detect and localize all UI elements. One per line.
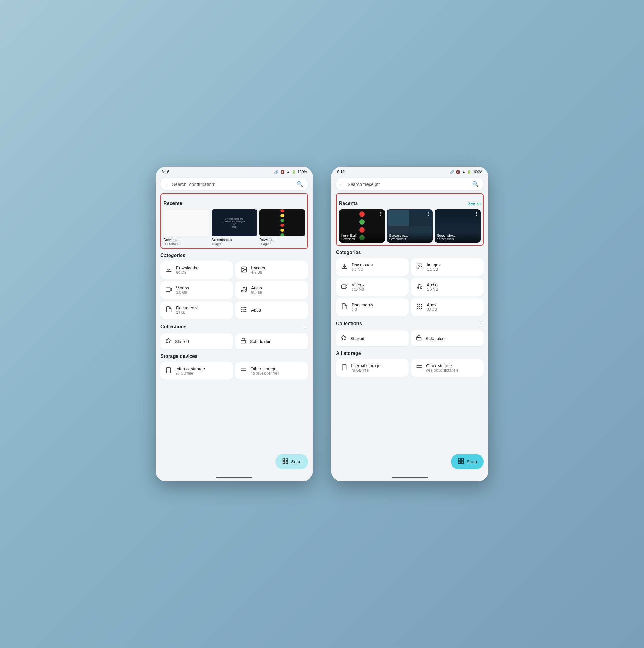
left-collections-grid: Starred Safe folder — [160, 333, 308, 349]
right-home-bar — [392, 477, 428, 478]
left-cat-images[interactable]: Images 4.5 GB — [235, 261, 308, 279]
svg-point-31 — [419, 304, 420, 305]
right-recent-item-1[interactable]: ⋮ Screensho... Screenshots — [387, 209, 433, 242]
right-other-storage[interactable]: Other storage wse cloud storage e — [411, 359, 484, 377]
svg-point-32 — [421, 304, 422, 305]
right-cat-images[interactable]: Images 1.1 GB — [411, 258, 484, 276]
left-recents-header: Recents — [163, 201, 305, 206]
right-recents-large: ⋮ hero_B.gif Download — [339, 209, 481, 242]
right-search-icon[interactable]: 🔍 — [472, 181, 479, 187]
right-cat-audio[interactable]: Audio 1.5 MB — [411, 278, 484, 296]
left-cat-videos[interactable]: Videos 2.0 GB — [160, 281, 233, 299]
right-starred[interactable]: Starred — [336, 330, 409, 346]
right-storage-header: All storage — [336, 350, 484, 356]
tl-red — [359, 211, 365, 217]
phones-container: 8:16 🔗 🔇 ▲ 🔋 100% ≡ Search "confirmation… — [156, 167, 488, 481]
left-cat-downloads[interactable]: Downloads 60 MB — [160, 261, 233, 279]
right-collections-menu[interactable]: ⋮ — [478, 320, 484, 327]
svg-point-12 — [243, 311, 244, 312]
svg-point-28 — [417, 287, 419, 289]
right-recent-overlay-2: Screensho... Screenshots — [434, 232, 481, 242]
right-status-icons: 🔗 🔇 ▲ 🔋 100% — [450, 170, 482, 174]
right-recent-dots-0[interactable]: ⋮ — [378, 211, 383, 217]
traffic-yellow — [280, 214, 285, 217]
left-other-storage-info: Other storage nd developer files — [250, 366, 303, 375]
left-search-icon[interactable]: 🔍 — [297, 181, 303, 187]
right-cat-apps[interactable]: Apps 33 GB — [411, 298, 484, 316]
images-icon — [240, 266, 247, 274]
left-internal-storage[interactable]: Internal storage 90 GB free — [160, 362, 233, 380]
left-categories-grid: Downloads 60 MB Images 4.5 GB — [160, 261, 308, 319]
svg-point-26 — [418, 265, 419, 266]
right-home-indicator — [331, 474, 488, 481]
left-recent-item-0[interactable]: Download Documents — [163, 209, 209, 246]
right-cat-videos[interactable]: Videos 113 MB — [336, 278, 409, 296]
right-search-bar[interactable]: ≡ Search "receipt" 🔍 — [336, 178, 484, 191]
right-battery-icon: 🔋 — [467, 170, 471, 174]
left-scan-icon — [282, 457, 289, 466]
traffic-red2 — [280, 224, 285, 227]
left-storage-header: Storage devices — [160, 354, 308, 359]
svg-rect-27 — [342, 285, 346, 288]
right-recent-dots-1[interactable]: ⋮ — [426, 211, 431, 217]
right-recents-title: Recents — [339, 201, 358, 206]
left-search-text[interactable]: Search "confirmation" — [172, 182, 293, 187]
left-cat-documents[interactable]: Documents 23 kB — [160, 301, 233, 319]
right-starred-icon — [341, 335, 347, 342]
left-collections-menu[interactable]: ⋮ — [302, 323, 308, 330]
left-home-indicator — [156, 474, 313, 481]
right-collections-header: Collections ⋮ — [336, 320, 484, 327]
left-recent-thumb-0 — [163, 209, 209, 236]
left-scan-button[interactable]: Scan — [275, 454, 308, 469]
svg-point-8 — [241, 309, 243, 310]
right-recent-dots-2[interactable]: ⋮ — [474, 211, 479, 217]
right-search-text[interactable]: Search "receipt" — [348, 182, 468, 187]
left-home-bar — [216, 477, 252, 478]
right-recent-item-0[interactable]: ⋮ hero_B.gif Download — [339, 209, 385, 242]
right-storage-grid: Internal storage 79 GB free Other storag… — [336, 359, 484, 377]
right-internal-storage[interactable]: Internal storage 79 GB free — [336, 359, 409, 377]
left-recent-item-1[interactable]: 0 million songs anddevices and more you … — [212, 209, 257, 246]
left-menu-icon[interactable]: ≡ — [165, 181, 169, 187]
svg-point-34 — [419, 306, 420, 307]
right-mute-icon: 🔇 — [456, 170, 460, 174]
left-internal-storage-info: Internal storage 90 GB free — [176, 366, 228, 375]
left-recent-item-2[interactable]: Download Images — [259, 209, 305, 246]
right-cat-downloads[interactable]: Downloads 2.3 MB — [336, 258, 409, 276]
left-scroll-content: Recents Download Documents 0 million son… — [156, 194, 313, 451]
left-recent-thumb-1: 0 million songs anddevices and more you … — [212, 209, 257, 236]
right-cat-downloads-info: Downloads 2.3 MB — [352, 263, 404, 272]
traffic-green2 — [280, 233, 285, 236]
right-categories-grid: Downloads 2.3 MB Images 1.1 GB — [336, 258, 484, 316]
right-scan-button[interactable]: Scan — [451, 454, 484, 469]
right-cat-documents[interactable]: Documents 0 B — [336, 298, 409, 316]
left-other-storage[interactable]: Other storage nd developer files — [235, 362, 308, 380]
right-internal-storage-info: Internal storage 79 GB free — [351, 363, 404, 372]
right-other-storage-icon — [416, 364, 422, 372]
left-search-bar[interactable]: ≡ Search "confirmation" 🔍 — [160, 178, 308, 191]
svg-rect-40 — [417, 337, 421, 340]
svg-rect-49 — [462, 462, 463, 463]
right-safe-folder-icon — [416, 335, 422, 342]
left-cat-audio[interactable]: Audio 897 kB — [235, 281, 308, 299]
right-status-bar: 8:12 🔗 🔇 ▲ 🔋 100% — [331, 167, 488, 176]
left-cat-audio-info: Audio 897 kB — [251, 285, 303, 294]
right-recent-item-2[interactable]: ⋮ Screensho... Screenshots — [434, 209, 481, 242]
right-collections-grid: Starred Safe folder — [336, 330, 484, 346]
left-cat-apps[interactable]: Apps — [235, 301, 308, 319]
right-starred-label: Starred — [350, 336, 364, 341]
mute-icon: 🔇 — [280, 170, 285, 174]
right-safe-folder[interactable]: Safe folder — [411, 330, 484, 346]
left-recent-folder-2: Images — [259, 242, 305, 246]
traffic-green — [280, 219, 285, 222]
right-cat-videos-info: Videos 113 MB — [352, 282, 404, 291]
right-scan-icon — [458, 457, 464, 466]
left-cat-videos-info: Videos 2.0 GB — [176, 285, 228, 294]
left-starred[interactable]: Starred — [160, 333, 233, 349]
right-categories-header: Categories — [336, 250, 484, 255]
right-scroll-content: Recents See all — [331, 194, 488, 451]
left-safe-folder[interactable]: Safe folder — [235, 333, 308, 349]
right-see-all[interactable]: See all — [468, 201, 481, 206]
right-menu-icon[interactable]: ≡ — [341, 181, 344, 187]
left-cat-images-info: Images 4.5 GB — [251, 266, 303, 275]
